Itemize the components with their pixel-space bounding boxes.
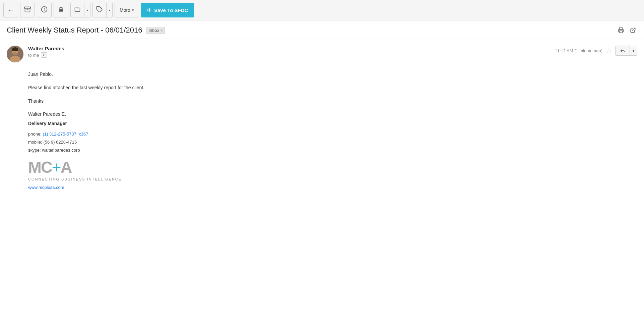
more-chevron-icon: ▾ [132, 8, 134, 12]
email-timestamp: 11:12 AM (1 minute ago) [555, 48, 602, 53]
phone-ext-link[interactable]: x367 [79, 132, 88, 137]
email-body: Juan Pablo. Please find attached the las… [28, 70, 637, 191]
to-label: to me [28, 53, 39, 58]
sig-title: Delivery Manager [28, 120, 637, 128]
alert-button[interactable] [37, 3, 52, 17]
email-header-left: Walter Paredes to me ▾ [7, 46, 64, 62]
folder-button-group: ▾ [70, 3, 90, 17]
svg-point-13 [13, 52, 17, 55]
inbox-badge-close[interactable]: x [160, 28, 163, 33]
tag-main-button[interactable] [93, 3, 107, 17]
email-greeting: Juan Pablo. [28, 70, 637, 79]
reply-button-group: ▾ [615, 46, 637, 56]
folder-dropdown-arrow[interactable]: ▾ [84, 3, 90, 17]
reply-button[interactable] [616, 46, 630, 55]
reply-dropdown-arrow[interactable]: ▾ [630, 47, 637, 55]
star-button[interactable]: ☆ [606, 47, 612, 55]
sender-info: Walter Paredes to me ▾ [28, 46, 64, 58]
sender-name: Walter Paredes [28, 46, 64, 51]
more-label: More [120, 7, 130, 13]
tag-dropdown-arrow[interactable]: ▾ [107, 3, 112, 17]
send-icon: ✈ [147, 7, 151, 13]
email-thanks: Thanks [28, 97, 637, 105]
to-line: to me ▾ [28, 52, 64, 58]
alert-icon [41, 6, 48, 14]
print-button[interactable] [617, 26, 625, 35]
email-subject-right [617, 26, 637, 35]
archive-button[interactable] [20, 3, 35, 17]
back-icon: ← [8, 7, 14, 14]
svg-rect-6 [620, 31, 623, 33]
email-header: Walter Paredes to me ▾ 11:12 AM (1 minut… [7, 46, 637, 62]
folder-icon [74, 6, 81, 14]
sig-skype: skype: walter.paredes.corp [28, 147, 637, 154]
recipient-dropdown[interactable]: ▾ [41, 52, 47, 58]
svg-rect-0 [24, 7, 30, 8]
mca-logo-text: MC+A [28, 159, 637, 175]
email-subject-left: Client Weekly Status Report - 06/01/2016… [7, 26, 165, 35]
sig-name: Walter Paredes E. [28, 110, 637, 118]
email-subject-bar: Client Weekly Status Report - 06/01/2016… [0, 20, 644, 39]
sig-phone: phone: (1) 312-275-5737 x367 [28, 131, 637, 138]
inbox-badge-label: Inbox [148, 28, 159, 33]
logo-plus: + [52, 158, 61, 176]
delete-button[interactable] [54, 3, 68, 17]
back-button[interactable]: ← [3, 3, 18, 17]
open-in-new-button[interactable] [629, 26, 637, 35]
toolbar: ← [0, 0, 644, 20]
sender-avatar [7, 46, 23, 62]
mca-tagline: CONNECTING BUSINESS INTELLIGENCE [28, 176, 637, 183]
chevron-down-icon-2: ▾ [109, 8, 110, 12]
email-header-right: 11:12 AM (1 minute ago) ☆ ▾ [555, 46, 637, 56]
svg-rect-12 [12, 49, 18, 51]
logo-a: A [61, 158, 72, 176]
email-subject-title: Client Weekly Status Report - 06/01/2016 [7, 26, 142, 35]
email-body-text: Please find attached the last weekly rep… [28, 84, 637, 92]
tag-button-group: ▾ [92, 3, 113, 17]
mca-website-link[interactable]: www.mcplusa.com [28, 184, 637, 191]
email-signature: Walter Paredes E. Delivery Manager phone… [28, 110, 637, 154]
logo-mc: MC [28, 158, 52, 176]
inbox-badge: Inbox x [146, 27, 165, 34]
chevron-down-icon-3: ▾ [633, 49, 634, 53]
more-button[interactable]: More ▾ [115, 3, 139, 17]
folder-main-button[interactable] [71, 3, 84, 17]
mca-logo: MC+A CONNECTING BUSINESS INTELLIGENCE ww… [28, 159, 637, 191]
save-to-sfdc-label: Save To SFDC [154, 7, 188, 13]
svg-line-7 [633, 28, 635, 31]
phone-link[interactable]: (1) 312-275-5737 [43, 132, 76, 137]
save-to-sfdc-button[interactable]: ✈ Save To SFDC [141, 3, 194, 17]
chevron-down-icon: ▾ [86, 8, 88, 12]
sig-mobile: mobile: (56 9) 6228-4715 [28, 139, 637, 146]
email-container: Walter Paredes to me ▾ 11:12 AM (1 minut… [0, 39, 644, 201]
tag-icon [96, 6, 103, 14]
phone-label: phone: [28, 132, 43, 137]
delete-icon [58, 6, 64, 14]
archive-icon [24, 6, 31, 14]
